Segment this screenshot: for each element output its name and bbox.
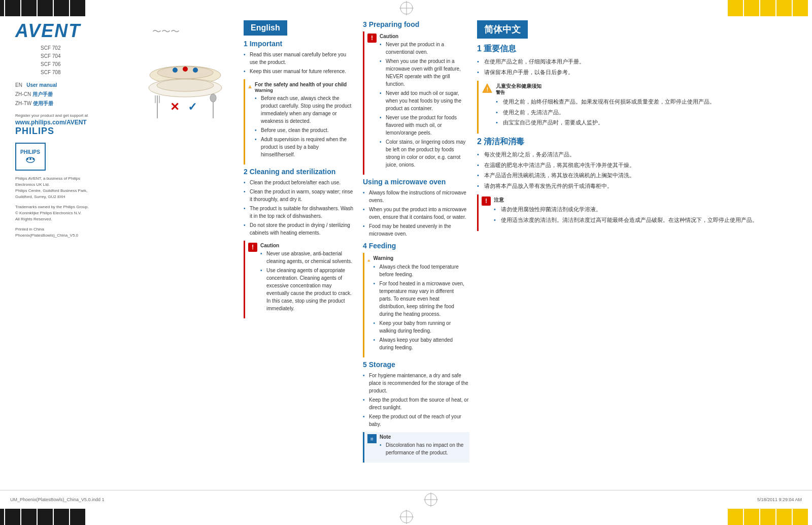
- svg-text:!: !: [250, 86, 250, 88]
- list-item: Food may be heated unevenly in the micro…: [363, 222, 469, 238]
- list-item: Never put the product in a conventional …: [380, 41, 466, 56]
- list-item: Keep the product from the source of heat…: [363, 396, 469, 411]
- product-image-column: 〜〜〜 ✕: [134, 20, 236, 466]
- caution-bullets: Never use abrasive, anti-bacterial clean…: [260, 250, 352, 312]
- section2-bullets: Clean the product before/after each use.…: [244, 179, 355, 237]
- list-item: Never add too much oil or sugar, when yo…: [380, 89, 466, 112]
- bar-gap: [415, 0, 728, 16]
- note-box: ≡ Note Discoloration has no impact on th…: [363, 432, 469, 463]
- chinese-warning-subtitle: 警告: [496, 89, 715, 96]
- list-item: Keep your baby from running or walking d…: [374, 319, 466, 335]
- footer-right: 5/18/2011 9:29:04 AM: [757, 497, 802, 502]
- svg-point-5: [29, 158, 31, 160]
- list-item: Color stains, or lingering odors may be …: [380, 138, 466, 169]
- svg-point-11: [173, 68, 178, 73]
- list-item: 由宝宝自己使用产品时，需要成人监护。: [496, 118, 715, 127]
- model-numbers: SCF 702 SCF 704 SCF 706 SCF 708: [41, 44, 127, 77]
- chinese-warning-box: ! 儿童安全和健康须知 警告 使用之前，始终仔细检查产品。如果发现有任何损坏或质…: [477, 81, 797, 134]
- section3-caution-box: ! Caution Never put the product in a con…: [363, 31, 469, 175]
- section1-bullets: Read this user manual carefully before y…: [244, 51, 355, 75]
- caution-title: Caution: [260, 243, 352, 248]
- list-item: 使用之前，始终仔细检查产品。如果发现有任何损坏或质量变差，立即停止使用产品。: [496, 97, 715, 107]
- list-item: Never use the product for foods flavored…: [380, 114, 466, 137]
- safety-warning-box: ! For the safety and health of your chil…: [244, 79, 355, 165]
- caution-icon-cn: !: [482, 196, 491, 206]
- register-text: Register your product and get support at: [15, 113, 127, 118]
- caution-icon: !: [248, 243, 257, 252]
- list-item: Always keep your baby attended during fe…: [374, 336, 466, 351]
- list-item: 使用适当浓度的清洁剂。清洁剂浓度过高可能最终会造成产品破裂。在这种情况下，立即停…: [494, 216, 758, 225]
- section4-warning-title: Warning: [374, 255, 466, 261]
- bar-seg: [808, 0, 812, 16]
- bottom-color-bar: [0, 509, 812, 525]
- list-item: Keep the product out of the reach of you…: [363, 413, 469, 428]
- website-url[interactable]: www.philips.com/AVENT: [15, 119, 127, 126]
- svg-point-13: [193, 68, 198, 73]
- list-item: 请勿使用腐蚀性抑菌清洁剂或化学溶液。: [494, 205, 758, 214]
- philips-brand: PHILIPS: [15, 126, 127, 137]
- bar-seg-yellow: [744, 0, 759, 16]
- safety-warning-subtitle: Warning: [255, 88, 352, 93]
- brand-avent: AVENT: [15, 20, 127, 42]
- list-item: 每次使用之前/之后，务必清洁产品。: [477, 150, 797, 159]
- warning-triangle-icon-2: !: [367, 255, 370, 266]
- bar-seg-yellow: [776, 0, 792, 16]
- list-item: Adult supervision is required when the p…: [255, 136, 352, 158]
- caution-title-2: Caution: [380, 34, 466, 39]
- chinese-section2-bullets: 每次使用之前/之后，务必清洁产品。 在温暖的肥皂水中清洁产品，将其彻底冲洗干净并…: [477, 150, 797, 190]
- section4-warning-bullets: Always check the food temperature before…: [374, 263, 466, 351]
- note-title: Note: [380, 434, 466, 440]
- list-item: Always check the food temperature before…: [374, 263, 466, 278]
- top-color-bar: [0, 0, 812, 16]
- bar-seg: [5, 0, 20, 16]
- left-column: AVENT SCF 702 SCF 704 SCF 706 SCF 708 EN…: [15, 20, 127, 466]
- list-item: Before use, clean the product.: [255, 126, 352, 134]
- section2-caution-box: ! Caution Never use abrasive, anti-bacte…: [244, 241, 355, 318]
- english-header: English: [244, 20, 287, 36]
- section1-title: 1 Important: [244, 40, 355, 48]
- bar-seg: [0, 0, 4, 16]
- english-column: English 1 Important Read this user manua…: [244, 20, 355, 466]
- list-item: The product is suitable for dishwashers.…: [244, 205, 355, 220]
- list-item: 在温暖的肥皂水中清洁产品，将其彻底冲洗干净并使其干燥。: [477, 161, 797, 170]
- list-item: Never use abrasive, anti-bacterial clean…: [260, 250, 352, 265]
- note-bullets: Discoloration has no impact on the perfo…: [380, 441, 466, 456]
- svg-point-6: [26, 158, 28, 160]
- chinese-caution-box: ! 注意 请勿使用腐蚀性抑菌清洁剂或化学溶液。 使用适当浓度的清洁剂。清洁剂浓度…: [477, 194, 797, 231]
- chinese-section1-bullets: 在使用产品之前，仔细阅读本用户手册。 请保留本用户手册，以备日后参考。: [477, 57, 797, 77]
- svg-text:PHILIPS: PHILIPS: [20, 149, 40, 155]
- chinese-caution-title: 注意: [494, 196, 758, 204]
- section5-bullets: For hygiene maintenance, a dry and safe …: [363, 372, 469, 428]
- list-item: 请勿将本产品放入带有发热元件的烘干或消毒柜中。: [477, 182, 797, 191]
- list-item: 本产品适合用洗碗机清洗，将其放在洗碗机的上搁架中清洗。: [477, 171, 797, 180]
- list-item: When you use the product in a microwave …: [380, 57, 466, 88]
- product-illustration: 〜〜〜 ✕: [140, 23, 231, 124]
- list-item: Do not store the product in drying / ste…: [244, 221, 355, 237]
- svg-text:!: !: [487, 87, 488, 92]
- safety-warning-bullets: Before each use, always check the produc…: [255, 94, 352, 158]
- warning-triangle-icon: !: [248, 81, 252, 92]
- list-item: Clean the product in warm, soapy water; …: [244, 188, 355, 203]
- footer-crosshair-icon: [424, 493, 438, 507]
- list-item: Clean the product before/after each use.: [244, 179, 355, 186]
- footer-left: UM_Phoenix(PlatesBowls)_China_V5.0.indd …: [10, 497, 105, 502]
- chinese-warning-title: 儿童安全和健康须知: [496, 83, 715, 89]
- list-item: Before each use, always check the produc…: [255, 94, 352, 125]
- list-item: 在使用产品之前，仔细阅读本用户手册。: [477, 57, 797, 67]
- list-item: 使用之前，先清洁产品。: [496, 108, 715, 117]
- list-item: For food heated in a microwave oven, tem…: [374, 280, 466, 318]
- printed-info: Printed in China Phoenix(PlatesBowls)_Ch…: [15, 226, 127, 239]
- company-info: Philips AVENT, a business of Philips Ele…: [15, 176, 127, 200]
- list-item: 请保留本用户手册，以备日后参考。: [477, 68, 797, 77]
- microwave-title: Using a microwave oven: [363, 178, 469, 186]
- bar-seg: [54, 0, 69, 16]
- bar-seg: [38, 0, 53, 16]
- footer: UM_Phoenix(PlatesBowls)_China_V5.0.indd …: [0, 490, 812, 509]
- warning-triangle-icon-cn: !: [482, 83, 493, 94]
- list-item: Always follow the instructions of microw…: [363, 189, 469, 204]
- svg-point-15: [157, 79, 214, 91]
- svg-text:✓: ✓: [188, 101, 197, 113]
- trademark-info: Trademarks owned by the Philips Group. ©…: [15, 204, 127, 222]
- bar-gap: [85, 0, 398, 16]
- chinese-section1-title: 1 重要信息: [477, 44, 797, 54]
